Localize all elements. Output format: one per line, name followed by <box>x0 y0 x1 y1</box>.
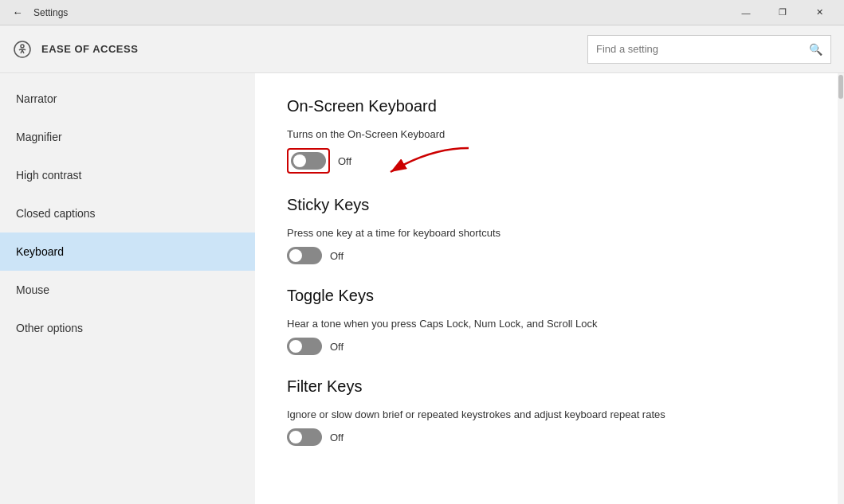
content-area: On-Screen Keyboard Turns on the On-Scree… <box>255 73 838 504</box>
sidebar-item-label: Mouse <box>16 283 49 296</box>
section-title-toggle-keys: Toggle Keys <box>287 287 806 305</box>
section-desc-filter-keys: Ignore or slow down brief or repeated ke… <box>287 408 806 420</box>
window-title: Settings <box>33 7 68 18</box>
section-title-filter-keys: Filter Keys <box>287 377 806 396</box>
ease-of-access-icon <box>13 40 32 59</box>
sidebar-item-closed-captions[interactable]: Closed captions <box>0 194 255 232</box>
section-on-screen-keyboard: On-Screen Keyboard Turns on the On-Scree… <box>287 97 806 174</box>
toggle-keys-toggle[interactable] <box>287 338 322 355</box>
filter-keys-toggle-label: Off <box>330 432 343 443</box>
search-input[interactable] <box>596 43 809 55</box>
sticky-keys-toggle[interactable] <box>287 247 322 264</box>
section-sticky-keys: Sticky Keys Press one key at a time for … <box>287 196 806 264</box>
section-desc-toggle-keys: Hear a tone when you press Caps Lock, Nu… <box>287 318 806 330</box>
maximize-button[interactable]: ❐ <box>764 0 801 25</box>
toggle-highlight-box <box>287 148 330 174</box>
section-desc-sticky-keys: Press one key at a time for keyboard sho… <box>287 227 806 239</box>
filter-keys-toggle[interactable] <box>287 428 322 446</box>
app-header: EASE OF ACCESS 🔍 <box>0 25 844 73</box>
annotation-arrow <box>351 140 470 188</box>
title-bar: ← Settings — ❐ ✕ <box>0 0 844 25</box>
sidebar-item-label: Magnifier <box>16 131 62 143</box>
search-box[interactable]: 🔍 <box>587 35 831 64</box>
sidebar-item-other-options[interactable]: Other options <box>0 309 255 347</box>
app-title: EASE OF ACCESS <box>41 43 138 55</box>
toggle-keys-toggle-label: Off <box>330 341 343 353</box>
sidebar-item-mouse[interactable]: Mouse <box>0 271 255 309</box>
window-controls: — ❐ ✕ <box>728 0 838 25</box>
minimize-button[interactable]: — <box>728 0 764 25</box>
scrollbar-track[interactable] <box>838 73 844 504</box>
sticky-keys-toggle-row: Off <box>287 247 806 264</box>
toggle-keys-toggle-row: Off <box>287 338 806 355</box>
main-area: Narrator Magnifier High contrast Closed … <box>0 73 844 504</box>
sidebar-item-label: Other options <box>16 322 83 334</box>
back-button[interactable]: ← <box>6 2 29 24</box>
scrollbar-thumb[interactable] <box>838 75 843 99</box>
section-toggle-keys: Toggle Keys Hear a tone when you press C… <box>287 287 806 355</box>
sidebar-item-label: Narrator <box>16 92 57 105</box>
on-screen-keyboard-toggle-label: Off <box>338 155 351 167</box>
on-screen-keyboard-toggle-row: Off <box>287 148 806 174</box>
sidebar-item-label: High contrast <box>16 169 81 182</box>
sidebar: Narrator Magnifier High contrast Closed … <box>0 73 255 504</box>
filter-keys-toggle-row: Off <box>287 428 806 446</box>
section-desc-on-screen-keyboard: Turns on the On-Screen Keyboard <box>287 128 806 140</box>
sticky-keys-toggle-label: Off <box>330 250 343 262</box>
section-title-sticky-keys: Sticky Keys <box>287 196 806 214</box>
sidebar-item-narrator[interactable]: Narrator <box>0 80 255 118</box>
sidebar-item-keyboard[interactable]: Keyboard <box>0 232 255 271</box>
on-screen-keyboard-toggle[interactable] <box>291 152 326 170</box>
sidebar-item-high-contrast[interactable]: High contrast <box>0 156 255 194</box>
svg-point-1 <box>21 45 24 48</box>
back-icon: ← <box>13 6 23 18</box>
close-button[interactable]: ✕ <box>801 0 838 25</box>
section-filter-keys: Filter Keys Ignore or slow down brief or… <box>287 377 806 446</box>
section-title-on-screen-keyboard: On-Screen Keyboard <box>287 97 806 115</box>
sidebar-item-magnifier[interactable]: Magnifier <box>0 118 255 156</box>
sidebar-item-label: Closed captions <box>16 207 96 220</box>
sidebar-item-label: Keyboard <box>16 245 64 258</box>
search-icon: 🔍 <box>809 43 822 56</box>
